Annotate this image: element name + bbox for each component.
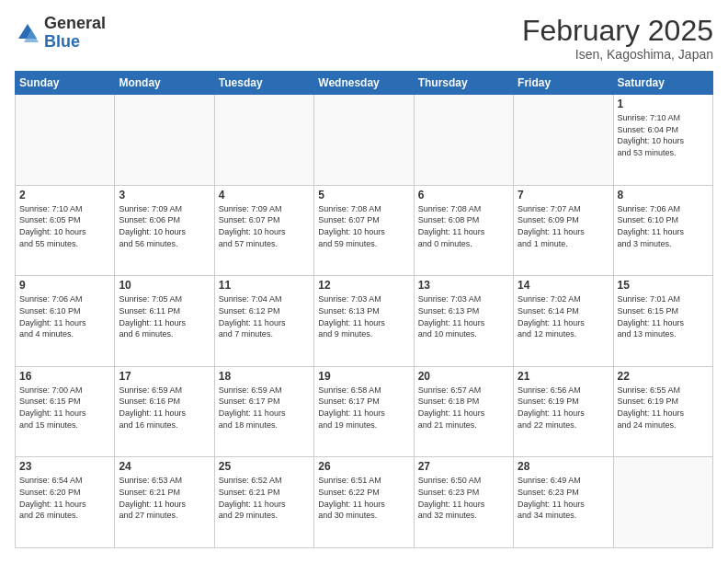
day-cell: 3Sunrise: 7:09 AM Sunset: 6:06 PM Daylig…: [115, 185, 214, 276]
logo-text: General Blue: [44, 15, 106, 52]
day-cell: 20Sunrise: 6:57 AM Sunset: 6:18 PM Dayli…: [414, 366, 513, 457]
weekday-wednesday: Wednesday: [314, 72, 414, 95]
day-number: 12: [318, 279, 409, 292]
day-number: 15: [618, 279, 709, 292]
day-cell: 8Sunrise: 7:06 AM Sunset: 6:10 PM Daylig…: [613, 185, 712, 276]
day-number: 6: [418, 189, 509, 201]
day-number: 22: [618, 370, 709, 383]
day-cell: 5Sunrise: 7:08 AM Sunset: 6:07 PM Daylig…: [314, 185, 414, 276]
day-info: Sunrise: 6:50 AM Sunset: 6:23 PM Dayligh…: [418, 475, 509, 521]
day-cell: 13Sunrise: 7:03 AM Sunset: 6:13 PM Dayli…: [414, 276, 513, 367]
day-cell: 24Sunrise: 6:53 AM Sunset: 6:21 PM Dayli…: [115, 457, 214, 548]
weekday-tuesday: Tuesday: [214, 72, 313, 95]
day-number: 17: [119, 370, 210, 383]
weekday-thursday: Thursday: [414, 72, 513, 95]
day-number: 7: [518, 189, 609, 201]
day-cell: 2Sunrise: 7:10 AM Sunset: 6:05 PM Daylig…: [16, 185, 115, 276]
day-number: 26: [318, 460, 409, 473]
day-info: Sunrise: 6:53 AM Sunset: 6:21 PM Dayligh…: [119, 475, 210, 521]
day-cell: 25Sunrise: 6:52 AM Sunset: 6:21 PM Dayli…: [214, 457, 313, 548]
day-info: Sunrise: 6:55 AM Sunset: 6:19 PM Dayligh…: [618, 385, 709, 431]
day-cell: 14Sunrise: 7:02 AM Sunset: 6:14 PM Dayli…: [514, 276, 613, 367]
day-cell: [214, 95, 313, 186]
header-right: February 2025 Isen, Kagoshima, Japan: [522, 15, 713, 62]
day-number: 3: [119, 189, 210, 201]
day-number: 5: [318, 189, 409, 201]
day-number: 11: [219, 279, 310, 292]
day-info: Sunrise: 7:06 AM Sunset: 6:10 PM Dayligh…: [19, 293, 110, 339]
day-cell: 18Sunrise: 6:59 AM Sunset: 6:17 PM Dayli…: [214, 366, 313, 457]
week-row-2: 9Sunrise: 7:06 AM Sunset: 6:10 PM Daylig…: [16, 276, 713, 367]
day-number: 19: [318, 370, 409, 383]
day-cell: 12Sunrise: 7:03 AM Sunset: 6:13 PM Dayli…: [314, 276, 414, 367]
calendar-header: SundayMondayTuesdayWednesdayThursdayFrid…: [16, 72, 713, 95]
day-cell: 1Sunrise: 7:10 AM Sunset: 6:04 PM Daylig…: [613, 95, 712, 186]
day-cell: 17Sunrise: 6:59 AM Sunset: 6:16 PM Dayli…: [115, 366, 214, 457]
day-info: Sunrise: 6:56 AM Sunset: 6:19 PM Dayligh…: [518, 385, 609, 431]
day-info: Sunrise: 6:58 AM Sunset: 6:17 PM Dayligh…: [318, 385, 409, 431]
day-info: Sunrise: 7:10 AM Sunset: 6:05 PM Dayligh…: [19, 203, 110, 249]
day-cell: 4Sunrise: 7:09 AM Sunset: 6:07 PM Daylig…: [214, 185, 313, 276]
day-info: Sunrise: 7:07 AM Sunset: 6:09 PM Dayligh…: [518, 203, 609, 249]
calendar: SundayMondayTuesdayWednesdayThursdayFrid…: [15, 71, 713, 548]
day-cell: [514, 95, 613, 186]
day-number: 8: [618, 189, 709, 201]
day-info: Sunrise: 7:08 AM Sunset: 6:08 PM Dayligh…: [418, 203, 509, 249]
day-cell: 7Sunrise: 7:07 AM Sunset: 6:09 PM Daylig…: [514, 185, 613, 276]
day-info: Sunrise: 7:03 AM Sunset: 6:13 PM Dayligh…: [318, 293, 409, 339]
day-cell: [613, 457, 712, 548]
day-cell: 23Sunrise: 6:54 AM Sunset: 6:20 PM Dayli…: [16, 457, 115, 548]
day-info: Sunrise: 7:09 AM Sunset: 6:07 PM Dayligh…: [219, 203, 310, 249]
day-info: Sunrise: 6:59 AM Sunset: 6:16 PM Dayligh…: [119, 385, 210, 431]
day-number: 10: [119, 279, 210, 292]
day-number: 14: [518, 279, 609, 292]
day-cell: 21Sunrise: 6:56 AM Sunset: 6:19 PM Dayli…: [514, 366, 613, 457]
day-cell: 19Sunrise: 6:58 AM Sunset: 6:17 PM Dayli…: [314, 366, 414, 457]
week-row-4: 23Sunrise: 6:54 AM Sunset: 6:20 PM Dayli…: [16, 457, 713, 548]
day-info: Sunrise: 7:09 AM Sunset: 6:06 PM Dayligh…: [119, 203, 210, 249]
day-info: Sunrise: 6:54 AM Sunset: 6:20 PM Dayligh…: [19, 475, 110, 521]
day-number: 16: [19, 370, 110, 383]
logo-general: General: [44, 14, 106, 32]
day-cell: 26Sunrise: 6:51 AM Sunset: 6:22 PM Dayli…: [314, 457, 414, 548]
week-row-0: 1Sunrise: 7:10 AM Sunset: 6:04 PM Daylig…: [16, 95, 713, 186]
day-info: Sunrise: 6:59 AM Sunset: 6:17 PM Dayligh…: [219, 385, 310, 431]
day-number: 24: [119, 460, 210, 473]
day-number: 23: [19, 460, 110, 473]
day-info: Sunrise: 6:49 AM Sunset: 6:23 PM Dayligh…: [518, 475, 609, 521]
day-cell: 16Sunrise: 7:00 AM Sunset: 6:15 PM Dayli…: [16, 366, 115, 457]
calendar-body: 1Sunrise: 7:10 AM Sunset: 6:04 PM Daylig…: [16, 95, 713, 548]
day-number: 28: [518, 460, 609, 473]
day-number: 18: [219, 370, 310, 383]
day-info: Sunrise: 6:51 AM Sunset: 6:22 PM Dayligh…: [318, 475, 409, 521]
day-info: Sunrise: 7:10 AM Sunset: 6:04 PM Dayligh…: [618, 112, 709, 158]
week-row-1: 2Sunrise: 7:10 AM Sunset: 6:05 PM Daylig…: [16, 185, 713, 276]
day-cell: [115, 95, 214, 186]
day-cell: 10Sunrise: 7:05 AM Sunset: 6:11 PM Dayli…: [115, 276, 214, 367]
day-cell: 9Sunrise: 7:06 AM Sunset: 6:10 PM Daylig…: [16, 276, 115, 367]
logo-blue-text: Blue: [44, 32, 80, 51]
day-info: Sunrise: 7:03 AM Sunset: 6:13 PM Dayligh…: [418, 293, 509, 339]
day-number: 9: [19, 279, 110, 292]
day-number: 13: [418, 279, 509, 292]
week-row-3: 16Sunrise: 7:00 AM Sunset: 6:15 PM Dayli…: [16, 366, 713, 457]
weekday-header-row: SundayMondayTuesdayWednesdayThursdayFrid…: [16, 72, 713, 95]
day-number: 2: [19, 189, 110, 201]
weekday-friday: Friday: [514, 72, 613, 95]
month-title: February 2025: [522, 15, 713, 47]
day-number: 20: [418, 370, 509, 383]
day-info: Sunrise: 7:00 AM Sunset: 6:15 PM Dayligh…: [19, 385, 110, 431]
day-cell: 27Sunrise: 6:50 AM Sunset: 6:23 PM Dayli…: [414, 457, 513, 548]
weekday-sunday: Sunday: [16, 72, 115, 95]
day-cell: [414, 95, 513, 186]
location: Isen, Kagoshima, Japan: [522, 47, 713, 62]
day-info: Sunrise: 7:01 AM Sunset: 6:15 PM Dayligh…: [618, 293, 709, 339]
day-number: 4: [219, 189, 310, 201]
day-number: 1: [618, 98, 709, 110]
day-number: 25: [219, 460, 310, 473]
day-cell: 22Sunrise: 6:55 AM Sunset: 6:19 PM Dayli…: [613, 366, 712, 457]
header: General Blue February 2025 Isen, Kagoshi…: [15, 15, 713, 62]
day-cell: [16, 95, 115, 186]
day-cell: 6Sunrise: 7:08 AM Sunset: 6:08 PM Daylig…: [414, 185, 513, 276]
day-info: Sunrise: 7:05 AM Sunset: 6:11 PM Dayligh…: [119, 293, 210, 339]
